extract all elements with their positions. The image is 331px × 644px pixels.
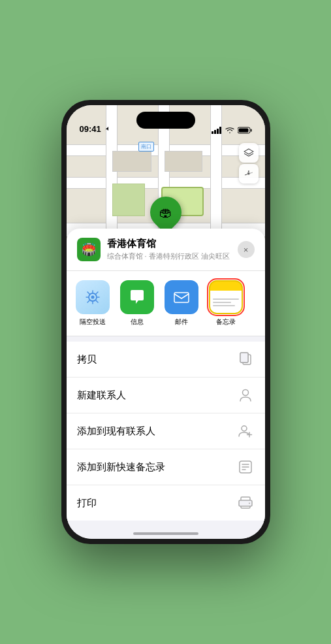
- print-symbol: [238, 496, 253, 509]
- svg-point-21: [249, 503, 250, 504]
- share-app-mail[interactable]: 邮件: [162, 280, 201, 327]
- svg-rect-14: [240, 353, 248, 362]
- dynamic-island: [136, 112, 195, 129]
- person-icon: [236, 386, 255, 404]
- home-indicator-area: [67, 521, 265, 539]
- copy-icon: [236, 350, 255, 368]
- share-apps-row: 隔空投送 信息: [67, 271, 265, 336]
- stadium-icon: 🏟: [159, 205, 172, 220]
- action-print[interactable]: 打印: [67, 485, 265, 521]
- svg-rect-11: [174, 293, 189, 302]
- compass-icon: [244, 169, 253, 178]
- airdrop-symbol: [83, 287, 102, 307]
- copy-symbol: [239, 352, 252, 366]
- person-add-icon: [236, 422, 255, 440]
- svg-rect-7: [238, 129, 248, 133]
- messages-icon: [120, 280, 154, 314]
- svg-marker-0: [104, 127, 108, 131]
- mail-label: 邮件: [175, 317, 188, 327]
- notes-icon: [209, 280, 243, 314]
- location-name: 香港体育馆: [107, 238, 231, 250]
- messages-symbol: [127, 287, 147, 307]
- airdrop-icon: [76, 280, 110, 314]
- svg-point-16: [242, 426, 247, 431]
- notes-label: 备忘录: [216, 317, 236, 327]
- share-app-airdrop[interactable]: 隔空投送: [73, 280, 112, 327]
- location-arrow-icon: [103, 126, 109, 133]
- person-add-symbol: [238, 424, 253, 438]
- person-symbol: [239, 388, 252, 402]
- phone-frame: 09:41: [61, 100, 270, 544]
- entrance-label: 南口: [138, 142, 154, 152]
- print-icon: [236, 494, 255, 512]
- add-note-label: 添加到新快速备忘录: [77, 461, 165, 474]
- share-app-more[interactable]: [251, 280, 265, 327]
- location-icon: 🏟️: [77, 238, 101, 261]
- close-button[interactable]: ×: [238, 241, 255, 258]
- status-icons: [212, 127, 252, 134]
- svg-point-15: [242, 390, 248, 396]
- signal-icon: [212, 127, 222, 134]
- bottom-sheet: 🏟️ 香港体育馆 综合体育馆 · 香港特别行政区 油尖旺区 ×: [67, 229, 265, 539]
- svg-rect-4: [219, 127, 221, 134]
- phone-screen: 09:41: [67, 105, 265, 539]
- note-symbol: [238, 460, 253, 474]
- action-add-note[interactable]: 添加到新快速备忘录: [67, 449, 265, 485]
- svg-rect-1: [212, 131, 213, 134]
- wifi-icon: [225, 127, 234, 134]
- svg-rect-6: [251, 129, 252, 132]
- location-info: 香港体育馆 综合体育馆 · 香港特别行政区 油尖旺区: [107, 238, 231, 261]
- mail-symbol: [172, 287, 191, 307]
- svg-point-8: [247, 173, 249, 175]
- location-btn[interactable]: [239, 164, 259, 184]
- new-contact-label: 新建联系人: [77, 389, 126, 402]
- add-contact-label: 添加到现有联系人: [77, 425, 155, 438]
- svg-point-10: [91, 296, 94, 299]
- home-indicator: [133, 532, 198, 535]
- action-copy[interactable]: 拷贝: [67, 342, 265, 378]
- svg-rect-3: [217, 129, 219, 134]
- svg-rect-2: [214, 130, 216, 134]
- messages-label: 信息: [131, 317, 144, 327]
- action-list: 拷贝 新建联系人: [67, 342, 265, 521]
- time-display: 09:41: [80, 124, 101, 134]
- share-app-messages[interactable]: 信息: [118, 280, 157, 327]
- action-new-contact[interactable]: 新建联系人: [67, 378, 265, 413]
- map-controls: [239, 143, 259, 184]
- location-subtitle: 综合体育馆 · 香港特别行政区 油尖旺区: [107, 251, 231, 261]
- copy-label: 拷贝: [77, 353, 97, 366]
- map-layers-btn[interactable]: [239, 143, 259, 163]
- layers-icon: [244, 148, 254, 157]
- more-icon-container: [253, 280, 265, 314]
- marker-pin: 🏟: [144, 190, 188, 234]
- note-icon: [236, 458, 255, 476]
- action-add-contact[interactable]: 添加到现有联系人: [67, 413, 265, 449]
- share-app-notes[interactable]: 备忘录: [206, 280, 245, 327]
- print-label: 打印: [77, 497, 97, 509]
- notes-lines: [210, 296, 242, 310]
- status-time: 09:41: [80, 124, 109, 134]
- location-header: 🏟️ 香港体育馆 综合体育馆 · 香港特别行政区 油尖旺区 ×: [67, 229, 265, 271]
- mail-icon: [165, 280, 198, 314]
- battery-icon: [238, 127, 252, 134]
- airdrop-label: 隔空投送: [80, 317, 106, 327]
